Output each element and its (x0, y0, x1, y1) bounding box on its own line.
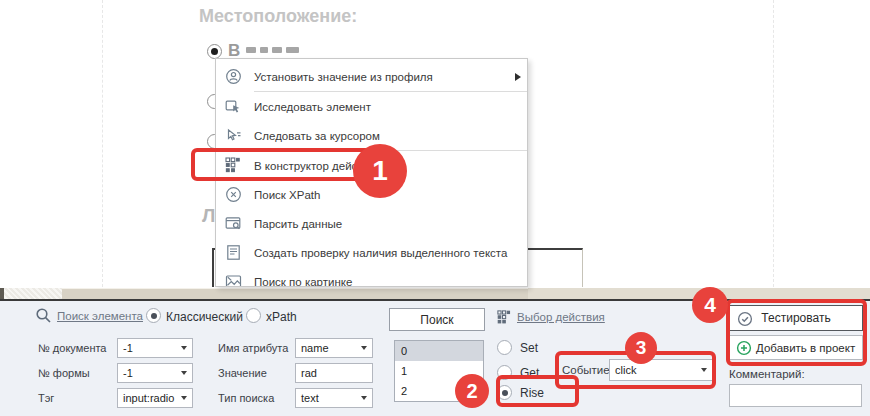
xpath-circle-icon (225, 186, 242, 203)
hidden-text-fragment (272, 47, 282, 53)
form-number-dropdown[interactable]: -1 (117, 363, 193, 383)
menu-item-search-by-image[interactable]: Поиск по картинке (216, 267, 527, 287)
page-title: Местоположение: (199, 6, 357, 27)
attr-name-label: Имя атрибута (218, 342, 288, 354)
chevron-down-icon (181, 346, 187, 350)
event-label: Событие (562, 364, 610, 376)
action-grid-icon (225, 157, 242, 174)
action-rise-label: Rise (520, 386, 544, 400)
mode-classic-label: Классический (166, 310, 243, 324)
plus-circle-icon (736, 340, 752, 356)
search-icon (35, 307, 53, 325)
form-number-value: -1 (123, 367, 133, 379)
menu-item-label: Поиск XPath (254, 189, 320, 201)
attr-name-value: name (301, 342, 329, 354)
mode-xpath-label: xPath (266, 310, 297, 324)
action-select-link[interactable]: Выбор действия (517, 311, 605, 323)
event-value: click (615, 364, 636, 376)
annotation-step-2: 2 (455, 374, 489, 408)
menu-item-label: Поиск по картинке (254, 276, 352, 288)
hidden-text-fragment (286, 47, 299, 53)
menu-item-label: Следовать за курсором (254, 130, 380, 142)
comment-input[interactable] (729, 384, 862, 407)
tag-label: Тэг (38, 392, 54, 404)
layout-guide (773, 0, 774, 287)
submenu-arrow-icon (515, 73, 521, 81)
image-search-icon (225, 273, 242, 287)
comment-label: Комментарий: (729, 368, 805, 380)
menu-item-create-text-check[interactable]: Создать проверку наличия выделенного тек… (216, 238, 527, 267)
attr-name-dropdown[interactable]: name (295, 338, 373, 358)
doc-number-label: № документа (38, 342, 107, 354)
doc-number-value: -1 (123, 342, 133, 354)
value-input[interactable] (295, 363, 373, 383)
tag-dropdown[interactable]: input:radio (117, 388, 193, 408)
hidden-text-fragment (260, 47, 268, 53)
menu-item-inspect-element[interactable]: Исследовать элемент (216, 92, 527, 121)
annotation-step-4: 4 (692, 287, 728, 323)
menu-item-label: Парсить данные (254, 218, 342, 230)
menu-item-label: Установить значение из профиля (254, 71, 433, 83)
menu-item-parse-data[interactable]: Парсить данные (216, 209, 527, 238)
element-search-link[interactable]: Поиск элемента (57, 310, 143, 322)
chevron-down-icon (181, 371, 187, 375)
screenshot-root: Местоположение: В Л Установить значение … (0, 0, 870, 416)
layout-guide (102, 0, 103, 287)
hidden-text-fragment (246, 47, 256, 53)
annotation-step-1: 1 (353, 144, 407, 198)
page-heading-partial: Л (202, 205, 215, 227)
test-button[interactable]: Тестировать (729, 305, 863, 331)
value-label: Значение (218, 367, 267, 379)
follow-cursor-icon (225, 127, 242, 144)
test-button-label: Тестировать (761, 311, 830, 325)
page-radio-selected[interactable] (207, 44, 222, 59)
search-type-value: text (301, 392, 319, 404)
horizontal-scrollbar (0, 287, 870, 299)
tag-value: input:radio (123, 392, 174, 404)
mode-xpath-radio[interactable] (246, 308, 261, 323)
chevron-down-icon (361, 396, 367, 400)
add-to-project-label: Добавить в проект (756, 342, 855, 354)
parse-data-icon (225, 215, 242, 232)
action-get-label: Get (520, 366, 539, 380)
list-item[interactable]: 0 (395, 341, 483, 361)
chevron-down-icon (361, 346, 367, 350)
chevron-down-icon (181, 396, 187, 400)
doc-number-dropdown[interactable]: -1 (117, 338, 193, 358)
menu-item-label: Создать проверку наличия выделенного тек… (254, 247, 507, 259)
action-grid-icon (497, 310, 512, 325)
add-to-project-button[interactable]: Добавить в проект (729, 335, 863, 360)
mode-classic-radio[interactable] (146, 308, 161, 323)
search-button[interactable]: Поиск (389, 308, 485, 331)
check-circle-icon (737, 311, 753, 327)
event-dropdown[interactable]: click (609, 359, 713, 381)
search-type-dropdown[interactable]: text (295, 388, 373, 408)
form-number-label: № формы (38, 367, 90, 379)
annotation-step-3: 3 (625, 332, 657, 364)
search-type-label: Тип поиска (218, 392, 274, 404)
action-set-radio[interactable] (497, 340, 512, 355)
action-rise-radio[interactable] (497, 385, 512, 400)
action-get-radio[interactable] (497, 365, 512, 380)
action-set-label: Set (520, 341, 538, 355)
menu-item-set-value-from-profile[interactable]: Установить значение из профиля (216, 62, 527, 91)
profile-icon (225, 68, 242, 85)
menu-item-label: Исследовать элемент (254, 101, 371, 113)
inspect-element-icon (225, 98, 242, 115)
document-lines-icon (225, 244, 242, 261)
chevron-down-icon (701, 368, 707, 372)
